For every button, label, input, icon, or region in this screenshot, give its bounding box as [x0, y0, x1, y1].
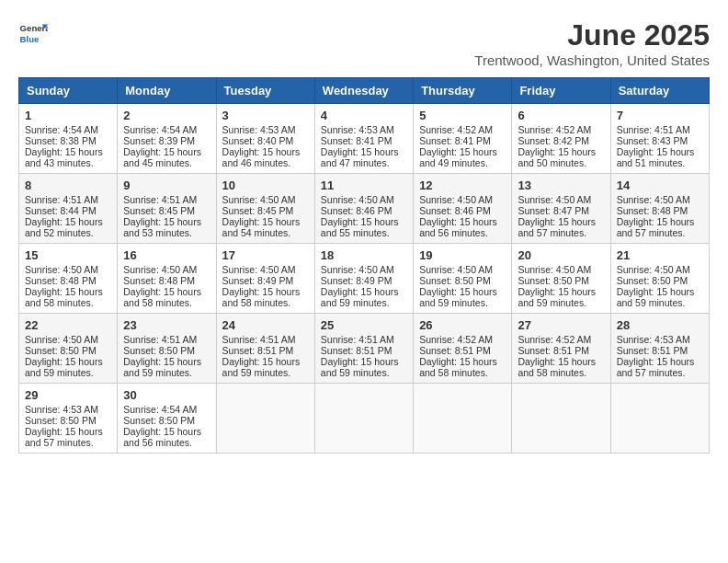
- day-info: Daylight: 15 hours: [123, 216, 210, 227]
- day-info: Sunset: 8:50 PM: [123, 415, 210, 426]
- table-row: 5Sunrise: 4:52 AMSunset: 8:41 PMDaylight…: [414, 104, 512, 174]
- day-number: 25: [321, 318, 407, 332]
- day-info: Sunset: 8:50 PM: [123, 345, 210, 356]
- calendar-week-3: 15Sunrise: 4:50 AMSunset: 8:48 PMDayligh…: [19, 244, 710, 314]
- day-info: Sunset: 8:48 PM: [123, 275, 210, 286]
- day-info: and 55 minutes.: [321, 227, 407, 238]
- table-row: 10Sunrise: 4:50 AMSunset: 8:45 PMDayligh…: [216, 174, 314, 244]
- day-info: and 51 minutes.: [617, 157, 703, 168]
- day-info: Daylight: 15 hours: [617, 216, 703, 227]
- day-info: and 59 minutes.: [321, 367, 407, 378]
- day-info: Sunrise: 4:53 AM: [617, 334, 703, 345]
- day-number: 10: [222, 178, 309, 192]
- day-number: 24: [222, 318, 309, 332]
- day-info: Sunset: 8:50 PM: [617, 275, 703, 286]
- table-row: 22Sunrise: 4:50 AMSunset: 8:50 PMDayligh…: [19, 314, 118, 384]
- day-info: Sunrise: 4:50 AM: [123, 264, 210, 275]
- day-info: and 57 minutes.: [518, 227, 604, 238]
- table-row: 12Sunrise: 4:50 AMSunset: 8:46 PMDayligh…: [414, 174, 512, 244]
- day-info: and 54 minutes.: [222, 227, 309, 238]
- day-info: and 46 minutes.: [222, 157, 309, 168]
- day-info: Sunrise: 4:50 AM: [617, 194, 703, 205]
- day-number: 26: [419, 318, 506, 332]
- day-info: Sunset: 8:49 PM: [321, 275, 407, 286]
- day-info: Sunset: 8:48 PM: [25, 275, 111, 286]
- table-row: 23Sunrise: 4:51 AMSunset: 8:50 PMDayligh…: [118, 314, 216, 384]
- day-info: Sunrise: 4:50 AM: [518, 194, 604, 205]
- day-number: 19: [419, 248, 506, 262]
- day-info: Sunset: 8:50 PM: [419, 275, 506, 286]
- day-info: Sunset: 8:39 PM: [123, 135, 210, 146]
- day-number: 27: [518, 318, 604, 332]
- day-info: Sunset: 8:51 PM: [617, 345, 703, 356]
- table-row: 6Sunrise: 4:52 AMSunset: 8:42 PMDaylight…: [512, 104, 610, 174]
- day-number: 12: [419, 178, 506, 192]
- location-subtitle: Trentwood, Washington, United States: [474, 52, 710, 68]
- day-info: and 59 minutes.: [518, 297, 604, 308]
- day-info: Sunrise: 4:54 AM: [25, 124, 111, 135]
- day-info: Daylight: 15 hours: [617, 356, 703, 367]
- calendar-header-row: Sunday Monday Tuesday Wednesday Thursday…: [19, 78, 710, 104]
- day-info: Sunrise: 4:50 AM: [518, 264, 604, 275]
- day-number: 11: [321, 178, 407, 192]
- table-row: 17Sunrise: 4:50 AMSunset: 8:49 PMDayligh…: [216, 244, 314, 314]
- day-info: Daylight: 15 hours: [222, 356, 309, 367]
- col-friday: Friday: [512, 78, 610, 104]
- day-info: Sunrise: 4:51 AM: [123, 194, 210, 205]
- day-info: Daylight: 15 hours: [321, 286, 407, 297]
- col-sunday: Sunday: [19, 78, 118, 104]
- day-info: Daylight: 15 hours: [123, 426, 210, 437]
- day-info: Daylight: 15 hours: [419, 356, 506, 367]
- table-row: 16Sunrise: 4:50 AMSunset: 8:48 PMDayligh…: [118, 244, 216, 314]
- day-info: Sunset: 8:45 PM: [123, 205, 210, 216]
- day-info: and 58 minutes.: [419, 367, 506, 378]
- day-number: 13: [518, 178, 604, 192]
- day-info: Sunrise: 4:52 AM: [419, 124, 506, 135]
- day-info: and 53 minutes.: [123, 227, 210, 238]
- col-thursday: Thursday: [414, 78, 512, 104]
- day-info: Sunset: 8:41 PM: [321, 135, 407, 146]
- day-info: Daylight: 15 hours: [419, 286, 506, 297]
- day-info: Daylight: 15 hours: [25, 356, 111, 367]
- day-info: and 52 minutes.: [25, 227, 111, 238]
- day-info: Daylight: 15 hours: [25, 426, 111, 437]
- day-info: and 47 minutes.: [321, 157, 407, 168]
- table-row: 30Sunrise: 4:54 AMSunset: 8:50 PMDayligh…: [118, 384, 216, 454]
- table-row: [314, 384, 413, 454]
- day-info: and 56 minutes.: [419, 227, 506, 238]
- page-header: General Blue June 2025 Trentwood, Washin…: [18, 18, 710, 68]
- day-info: Sunset: 8:38 PM: [25, 135, 111, 146]
- day-info: Sunrise: 4:54 AM: [123, 404, 210, 415]
- day-info: Sunset: 8:46 PM: [321, 205, 407, 216]
- day-info: Daylight: 15 hours: [123, 146, 210, 157]
- day-info: Sunset: 8:45 PM: [222, 205, 309, 216]
- logo: General Blue: [18, 18, 48, 48]
- day-info: Daylight: 15 hours: [123, 286, 210, 297]
- day-info: Sunset: 8:50 PM: [518, 275, 604, 286]
- table-row: 24Sunrise: 4:51 AMSunset: 8:51 PMDayligh…: [216, 314, 314, 384]
- calendar-table: Sunday Monday Tuesday Wednesday Thursday…: [18, 77, 710, 454]
- day-number: 22: [25, 318, 111, 332]
- day-info: Sunset: 8:49 PM: [222, 275, 309, 286]
- day-info: Sunrise: 4:50 AM: [25, 334, 111, 345]
- day-info: Sunrise: 4:50 AM: [25, 264, 111, 275]
- day-info: Sunset: 8:47 PM: [518, 205, 604, 216]
- day-info: and 49 minutes.: [419, 157, 506, 168]
- day-info: and 59 minutes.: [123, 367, 210, 378]
- table-row: 15Sunrise: 4:50 AMSunset: 8:48 PMDayligh…: [19, 244, 118, 314]
- table-row: 14Sunrise: 4:50 AMSunset: 8:48 PMDayligh…: [610, 174, 709, 244]
- day-info: Daylight: 15 hours: [617, 146, 703, 157]
- day-info: Sunset: 8:44 PM: [25, 205, 111, 216]
- table-row: 21Sunrise: 4:50 AMSunset: 8:50 PMDayligh…: [610, 244, 709, 314]
- col-wednesday: Wednesday: [314, 78, 413, 104]
- day-info: Daylight: 15 hours: [518, 286, 604, 297]
- day-info: Sunrise: 4:51 AM: [222, 334, 309, 345]
- day-info: Sunrise: 4:50 AM: [419, 194, 506, 205]
- day-info: Sunset: 8:51 PM: [419, 345, 506, 356]
- day-info: Sunset: 8:51 PM: [222, 345, 309, 356]
- day-number: 3: [222, 109, 309, 122]
- day-number: 20: [518, 248, 604, 262]
- day-info: and 58 minutes.: [518, 367, 604, 378]
- day-info: and 59 minutes.: [419, 297, 506, 308]
- day-info: Sunset: 8:50 PM: [25, 345, 111, 356]
